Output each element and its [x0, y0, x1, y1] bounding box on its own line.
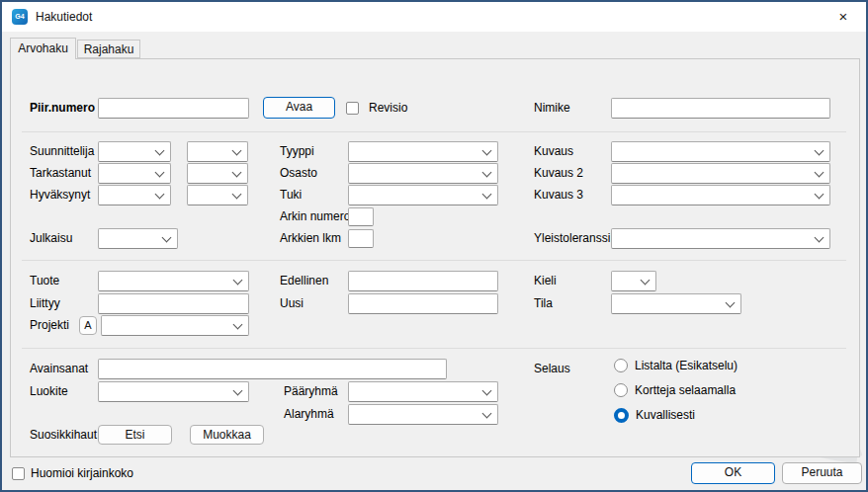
muokkaa-button[interactable]: Muokkaa	[190, 425, 264, 445]
window-title: Hakutiedot	[36, 2, 92, 32]
tarkastanut-label: Tarkastanut	[30, 163, 91, 184]
chevron-down-icon	[482, 386, 492, 396]
radio-button-icon[interactable]	[614, 408, 629, 423]
app-icon: G4	[12, 9, 28, 25]
separator	[22, 348, 846, 349]
tila-combobox[interactable]	[611, 293, 741, 314]
chevron-down-icon	[233, 276, 243, 286]
projekti-a-button[interactable]: A	[79, 316, 97, 335]
kuvaus2-combobox[interactable]	[611, 163, 830, 184]
chevron-down-icon	[641, 276, 651, 286]
alaryhma-label: Alaryhmä	[284, 404, 334, 425]
huomioi-kirjainkoko-checkbox[interactable]	[12, 467, 25, 480]
tab-rajahaku[interactable]: Rajahaku	[77, 40, 140, 58]
close-icon[interactable]: ×	[821, 2, 866, 32]
luokite-combobox[interactable]	[98, 381, 249, 402]
julkaisu-combobox[interactable]	[98, 228, 178, 249]
chevron-down-icon	[155, 190, 165, 200]
chevron-down-icon	[815, 146, 825, 156]
chevron-down-icon	[815, 190, 825, 200]
kuvaus3-combobox[interactable]	[611, 185, 830, 205]
julkaisu-label: Julkaisu	[30, 228, 72, 249]
separator	[22, 260, 846, 261]
yleistoleranssi-label: Yleistoleranssi	[534, 228, 610, 249]
uusi-label: Uusi	[280, 293, 304, 314]
arkin-numero-label: Arkin numero	[280, 206, 350, 227]
chevron-down-icon	[232, 168, 242, 178]
yleistoleranssi-combobox[interactable]	[611, 228, 830, 249]
selaus-label: Selaus	[534, 359, 570, 379]
chevron-down-icon	[815, 168, 825, 178]
titlebar: G4 Hakutiedot ×	[2, 2, 866, 32]
osasto-label: Osasto	[280, 163, 317, 184]
arkkien-lkm-input[interactable]	[348, 229, 374, 248]
kuvaus-label: Kuvaus	[534, 141, 573, 162]
tyyppi-combobox[interactable]	[348, 141, 498, 162]
avainsanat-input[interactable]	[98, 359, 447, 379]
luokite-label: Luokite	[30, 381, 68, 402]
suunnittelija-combobox-1[interactable]	[98, 141, 171, 162]
radio-kortteja[interactable]: Kortteja selaamalla	[614, 379, 736, 401]
chevron-down-icon	[482, 168, 492, 178]
chevron-down-icon	[232, 146, 242, 156]
kuvaus-combobox[interactable]	[611, 141, 830, 162]
chevron-down-icon	[233, 386, 243, 396]
chevron-down-icon	[155, 146, 165, 156]
paaryhma-combobox[interactable]	[348, 381, 498, 402]
arkin-numero-input[interactable]	[348, 207, 374, 226]
alaryhma-combobox[interactable]	[348, 404, 498, 425]
kuvaus3-label: Kuvaus 3	[534, 185, 583, 205]
chevron-down-icon	[482, 190, 492, 200]
chevron-down-icon	[726, 298, 736, 308]
tuote-label: Tuote	[30, 271, 59, 291]
tuki-label: Tuki	[280, 185, 302, 205]
nimike-label: Nimike	[534, 98, 570, 119]
suunnittelija-combobox-2[interactable]	[187, 141, 248, 162]
chevron-down-icon	[155, 168, 165, 178]
hyvaksynyt-combobox-2[interactable]	[187, 185, 248, 205]
edellinen-input[interactable]	[348, 271, 498, 291]
piir-numero-input[interactable]	[98, 98, 249, 119]
chevron-down-icon	[482, 409, 492, 419]
ok-button[interactable]: OK	[691, 462, 775, 484]
avaa-button[interactable]: Avaa	[263, 97, 335, 119]
chevron-down-icon	[815, 233, 825, 243]
nimike-input[interactable]	[611, 98, 830, 119]
chevron-down-icon	[233, 320, 243, 330]
projekti-label: Projekti	[30, 315, 69, 336]
piir-numero-label: Piir.numero	[30, 98, 95, 119]
kieli-combobox[interactable]	[611, 271, 656, 291]
radio-listalta[interactable]: Listalta (Esikatselu)	[614, 355, 738, 376]
chevron-down-icon	[232, 190, 242, 200]
suunnittelija-label: Suunnittelija	[30, 141, 94, 162]
revisio-checkbox[interactable]	[346, 102, 359, 115]
tab-arvohaku[interactable]: Arvohaku	[10, 38, 76, 59]
tuki-combobox[interactable]	[348, 185, 498, 205]
paaryhma-label: Pääryhmä	[284, 381, 338, 402]
radio-button-icon[interactable]	[614, 359, 628, 372]
osasto-combobox[interactable]	[348, 163, 498, 184]
etsi-button[interactable]: Etsi	[98, 425, 172, 445]
revisio-label: Revisio	[369, 98, 407, 119]
separator	[22, 131, 846, 132]
hakutiedot-dialog: G4 Hakutiedot × Arvohaku Rajahaku Piir.n…	[0, 0, 868, 492]
radio-button-icon[interactable]	[614, 383, 628, 397]
radio-listalta-label: Listalta (Esikatselu)	[635, 359, 738, 372]
tarkastanut-combobox-1[interactable]	[98, 163, 171, 184]
uusi-input[interactable]	[348, 293, 498, 314]
tarkastanut-combobox-2[interactable]	[187, 163, 248, 184]
avainsanat-label: Avainsanat	[30, 359, 88, 379]
hyvaksynyt-combobox-1[interactable]	[98, 185, 171, 205]
kieli-label: Kieli	[534, 271, 557, 291]
liittyy-label: Liittyy	[30, 293, 60, 314]
radio-kuvallisesti-label: Kuvallisesti	[636, 408, 695, 422]
radio-kuvallisesti[interactable]: Kuvallisesti	[614, 404, 695, 426]
tuote-combobox[interactable]	[98, 271, 249, 291]
kuvaus2-label: Kuvaus 2	[534, 163, 583, 184]
peruuta-button[interactable]: Peruuta	[782, 462, 862, 484]
hyvaksynyt-label: Hyväksynyt	[30, 185, 90, 205]
projekti-combobox[interactable]	[101, 315, 249, 336]
tyyppi-label: Tyyppi	[280, 141, 314, 162]
liittyy-input[interactable]	[98, 293, 249, 314]
suosikkihaut-label: Suosikkihaut	[30, 425, 97, 446]
